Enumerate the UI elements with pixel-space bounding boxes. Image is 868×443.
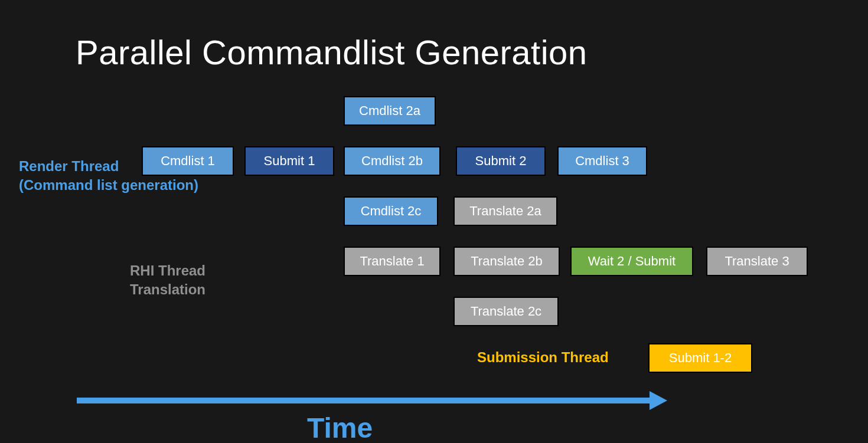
- translate-2b-box: Translate 2b: [453, 247, 560, 276]
- submit-1-2-box: Submit 1-2: [648, 343, 752, 373]
- wait-2-submit-box: Wait 2 / Submit: [570, 247, 693, 276]
- cmdlist-2b-box: Cmdlist 2b: [344, 146, 440, 176]
- cmdlist-3-box: Cmdlist 3: [557, 146, 647, 176]
- cmdlist-1-box: Cmdlist 1: [142, 146, 234, 176]
- time-arrow-line: [77, 398, 652, 403]
- submit-1-box: Submit 1: [244, 146, 334, 176]
- slide-title: Parallel Commandlist Generation: [76, 32, 588, 72]
- translate-3-box: Translate 3: [706, 247, 808, 276]
- submission-thread-label: Submission Thread: [477, 349, 609, 366]
- submit-2-box: Submit 2: [456, 146, 546, 176]
- time-arrow-head: [650, 391, 667, 410]
- translate-2c-box: Translate 2c: [453, 297, 559, 326]
- render-thread-label-line2: (Command list generation): [19, 177, 198, 193]
- render-thread-label-line1: Render Thread: [19, 158, 119, 175]
- rhi-thread-label-line2: Translation: [130, 281, 205, 298]
- cmdlist-2a-box: Cmdlist 2a: [344, 96, 436, 126]
- rhi-thread-label-line1: RHI Thread: [130, 262, 205, 279]
- translate-1-box: Translate 1: [344, 247, 440, 276]
- time-label: Time: [307, 412, 373, 443]
- cmdlist-2c-box: Cmdlist 2c: [344, 196, 438, 226]
- translate-2a-box: Translate 2a: [453, 196, 557, 226]
